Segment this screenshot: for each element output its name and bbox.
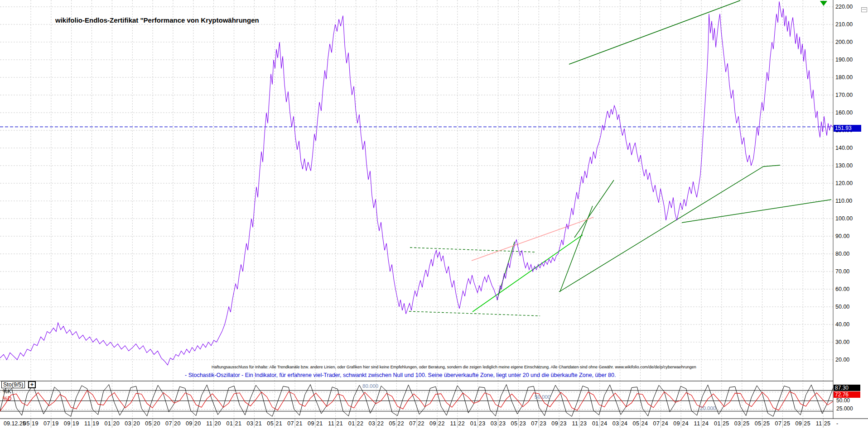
time-axis-label: 11 24 (694, 420, 709, 427)
price-axis-label: 40.00 (835, 321, 849, 328)
time-axis-label: 11 22 (450, 420, 465, 427)
percent-d-value-badge: 72.76 (834, 391, 860, 398)
time-axis-label: 09 22 (429, 420, 445, 427)
disclaimer-text: Haftungsausschluss für Inhalte: Alle Tre… (212, 365, 710, 369)
price-axis-label: 190.00 (835, 57, 853, 63)
price-axis-label: 70.00 (835, 268, 849, 275)
indicator-name-box: Sto(9/5) (1, 381, 25, 388)
time-axis-label: 09 21 (308, 420, 323, 427)
time-axis-label: 05 20 (145, 420, 160, 427)
price-axis-label: 180.00 (835, 74, 853, 81)
price-axis-label: 160.00 (835, 110, 853, 116)
price-axis-label: 200.00 (835, 39, 853, 45)
price-axis-label: 30.00 (835, 339, 849, 345)
minus-icon (862, 9, 866, 10)
time-axis-label: 09 19 (64, 420, 79, 427)
zone-label-50: 50.000 (535, 394, 550, 400)
time-axis-label: 01 22 (348, 420, 364, 427)
time-axis-label: 09 20 (186, 420, 201, 427)
time-axis-label: 11 21 (328, 420, 343, 427)
time-axis-label: 05 24 (633, 420, 648, 427)
time-axis-label: 09 23 (551, 420, 567, 427)
time-axis-label: 05 25 (755, 420, 770, 427)
time-axis-label: 07 22 (409, 420, 424, 427)
price-axis-label: 20.00 (835, 357, 849, 363)
time-axis-label: 01 21 (227, 420, 242, 427)
time-axis-label: 03 23 (491, 420, 506, 427)
stochastic-description: - Stochastik-Oszillator - Ein Indikator,… (185, 372, 616, 378)
oscillator-tick-25: 25.000 (836, 405, 853, 412)
stochastic-curves (0, 385, 833, 417)
zone-label-20: 20.000 (700, 405, 716, 411)
price-axis-label: 60.00 (835, 286, 849, 292)
time-axis-label: 01 24 (592, 420, 608, 427)
time-axis-label: 03 24 (612, 420, 628, 427)
time-axis-label: 03 21 (246, 420, 262, 427)
time-axis-label: 07 25 (775, 420, 791, 427)
time-axis-label: 03 22 (369, 420, 384, 427)
time-axis-label: 11 19 (84, 420, 99, 427)
price-axis-label: 100.00 (835, 215, 853, 222)
time-axis-label: 01 23 (470, 420, 486, 427)
current-price-badge: 151.93 (834, 125, 861, 132)
price-axis-label: 210.00 (835, 21, 853, 28)
axis-end-dash: - (836, 420, 838, 427)
time-axis-label: 09 25 (795, 420, 810, 427)
collapse-button[interactable] (861, 7, 867, 12)
price-axis-label: 220.00 (835, 4, 853, 10)
time-axis-label: 11 20 (206, 420, 221, 427)
time-axis-label: 07 21 (287, 420, 303, 427)
price-axis-label: 140.00 (835, 145, 853, 151)
time-axis-label: 07 20 (165, 420, 181, 427)
time-axis-label: 01 25 (714, 420, 729, 427)
oscillator-tick-50: 50.00 (836, 397, 850, 404)
arrow-down-icon (820, 1, 827, 6)
price-axis-label: 170.00 (835, 92, 853, 98)
price-axis-label: 90.00 (835, 233, 849, 239)
time-axis-label: 05 22 (389, 420, 404, 427)
time-axis-label: 03 25 (734, 420, 750, 427)
price-axis-label: 80.00 (835, 251, 849, 257)
gridlines (0, 0, 833, 428)
price-axis-label: 50.00 (835, 304, 849, 310)
price-axis-label: 130.00 (835, 162, 853, 169)
price-axis-label: 120.00 (835, 180, 853, 186)
time-axis-label: 07 23 (531, 420, 546, 427)
zone-label-80: 80.000 (362, 383, 378, 389)
percent-d-label: %D (3, 396, 11, 402)
time-axis-label: 05 23 (511, 420, 526, 427)
time-axis-label: 07 19 (43, 420, 59, 427)
percent-k-value-badge: 87.30 (834, 385, 860, 391)
chart-title: wikifolio-Endlos-Zertifikat "Performance… (55, 16, 259, 24)
panel-borders (0, 0, 868, 419)
time-axis-label: 11 25 (816, 420, 831, 427)
time-axis-label: 11 23 (572, 420, 587, 427)
time-axis-label: 07 24 (653, 420, 668, 427)
add-indicator-button[interactable]: + (28, 381, 36, 388)
snapshot-date-label: 09.12.25 (4, 420, 26, 427)
percent-k-label: %K (3, 388, 11, 395)
time-axis-label: 09 24 (673, 420, 689, 427)
time-axis-label: 05 21 (267, 420, 282, 427)
price-axis-label: 110.00 (835, 198, 852, 204)
time-axis-label: 01 20 (105, 420, 120, 427)
chart-window: wikifolio-Endlos-Zertifikat "Performance… (0, 0, 868, 429)
time-axis-label: 03 20 (125, 420, 140, 427)
